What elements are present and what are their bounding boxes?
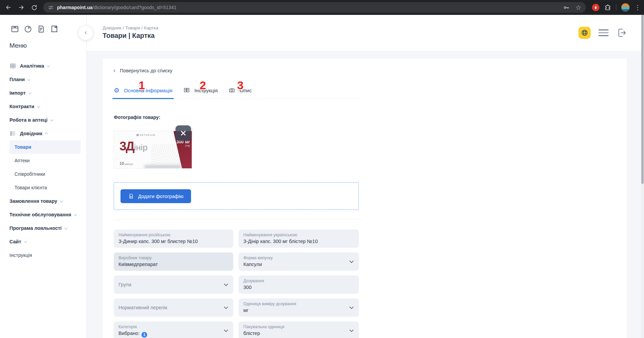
- sidebar-item-site[interactable]: Сайт: [0, 235, 86, 248]
- sidebar-item-label: Робота в аптеці: [9, 117, 48, 123]
- scrollbar-thumb[interactable]: [641, 15, 644, 184]
- sidebar-item-contracts[interactable]: Контракти: [0, 100, 86, 113]
- language-button[interactable]: [579, 27, 591, 39]
- field-value: 300: [243, 285, 346, 290]
- sidebar-subitem-label: Товари клієнта: [15, 185, 47, 190]
- photo-section-label: Фотографія товару:: [114, 115, 160, 120]
- field-label: Пакувальна одиниця: [243, 324, 346, 329]
- name-ru-field[interactable]: Найменування російською З-Динир капс. 30…: [114, 230, 233, 248]
- sidebar-item-label: Програма лояльності: [9, 225, 62, 231]
- add-photo-button[interactable]: Додати фотографію: [120, 189, 191, 203]
- pie-chart-icon[interactable]: [24, 25, 32, 33]
- field-label: Форма випуску: [243, 256, 346, 260]
- sidebar-subitem-pharmacies[interactable]: Аптеки: [0, 154, 86, 167]
- close-icon: [180, 129, 187, 137]
- goods-form: Найменування російською З-Динир капс. 30…: [114, 230, 359, 338]
- breadcrumb: Довідник / Товари / Картка: [103, 25, 158, 30]
- browser-menu-icon[interactable]: ⋮: [635, 4, 641, 10]
- chevron-down-icon: [28, 91, 32, 94]
- browser-forward-button[interactable]: [16, 2, 27, 13]
- bookmark-star-icon[interactable]: ☆: [575, 4, 581, 11]
- normative-list-select[interactable]: Нормативний перелік: [114, 298, 233, 317]
- field-value: З-Динир капс. 300 мг блистер №10: [118, 239, 220, 244]
- sidebar-subitem-client-goods[interactable]: Товари клієнта: [0, 181, 86, 194]
- field-value: Київмедпрепарат: [118, 262, 220, 267]
- name-ua-field[interactable]: Найменування українською З-Дінір капс. 3…: [239, 230, 359, 248]
- category-select[interactable]: Категорія Вибрано:1: [114, 321, 233, 338]
- address-bar[interactable]: pharmapoint.ua/dictionary/goods/card?goo…: [43, 2, 586, 13]
- sidebar-item-label: Інструкція: [9, 252, 32, 258]
- password-key-icon[interactable]: [563, 4, 569, 11]
- selected-count-badge[interactable]: 1: [141, 332, 147, 338]
- dosage-unit-select[interactable]: Одиниця виміру дозування мг: [239, 298, 359, 317]
- sidebar-item-instruction[interactable]: Інструкція: [0, 248, 86, 262]
- field-value: З-Дінір капс. 300 мг блістер №10: [243, 239, 346, 244]
- sidebar-collapse-button[interactable]: [78, 25, 93, 40]
- sidebar-item-label: Імпорт: [9, 90, 26, 96]
- chevron-down-icon: [64, 226, 68, 230]
- sidebar-item-loyalty[interactable]: Програма лояльності: [0, 221, 86, 235]
- section-divider: [114, 220, 361, 220]
- arrow-left-icon: [5, 4, 12, 11]
- url-text: pharmapoint.ua/dictionary/goods/card?goo…: [57, 5, 177, 10]
- logout-button[interactable]: [616, 27, 627, 38]
- remove-photo-button[interactable]: [176, 125, 191, 141]
- photo-upload-dropzone[interactable]: Додати фотографію: [114, 182, 359, 210]
- profile-avatar[interactable]: [621, 3, 630, 12]
- chevron-down-icon: [47, 64, 50, 67]
- sidebar-item-import[interactable]: Імпорт: [0, 86, 86, 100]
- extensions-puzzle-icon[interactable]: [604, 4, 611, 11]
- gear-icon: ⚙: [114, 87, 119, 94]
- sidebar-item-pharmacy-work[interactable]: Робота в аптеці: [0, 113, 86, 127]
- pack-unit-select[interactable]: Пакувальна одиниця блістер: [239, 321, 359, 338]
- site-settings-icon: [48, 5, 54, 10]
- photo-blur: [144, 165, 182, 168]
- hand-icon: [594, 6, 598, 9]
- field-label: Одиниця виміру дозування: [243, 301, 346, 306]
- camera-icon: [229, 87, 235, 94]
- sidebar-item-plans[interactable]: Плани: [0, 73, 86, 86]
- reload-icon: [31, 4, 37, 11]
- sidebar-item-maintenance[interactable]: Технічне обслуговування: [0, 208, 86, 221]
- sidebar-subitem-employees[interactable]: Співробітники: [0, 167, 86, 181]
- archive-box-icon[interactable]: [10, 25, 19, 33]
- field-label: Виробник товару: [118, 256, 220, 260]
- field-label: Дозування: [243, 279, 346, 283]
- chevron-left-icon: [83, 30, 88, 35]
- sidebar-item-dictionary[interactable]: Довідник: [0, 127, 86, 140]
- release-form-select[interactable]: Форма випуску Капсули: [239, 252, 359, 271]
- field-label: Найменування українською: [243, 233, 346, 237]
- group-select[interactable]: Група: [114, 275, 233, 294]
- annotation-number-2: 2: [200, 79, 206, 92]
- browser-back-button[interactable]: [3, 2, 14, 13]
- sidebar-item-analytics[interactable]: Аналітика: [0, 59, 86, 73]
- field-value: Вибрано:1: [118, 331, 220, 338]
- dosage-field[interactable]: Дозування 300: [239, 275, 359, 294]
- field-value: блістер: [243, 331, 346, 336]
- field-value: Капсули: [243, 262, 346, 267]
- hamburger-menu-icon[interactable]: [598, 29, 609, 36]
- back-to-list-link[interactable]: Повернутись до списку: [113, 68, 172, 73]
- page-scrollbar[interactable]: [641, 15, 644, 338]
- photo-product-name: 3Дінір: [119, 139, 147, 153]
- chevron-down-icon: [349, 328, 354, 332]
- field-placeholder: Нормативний перелік: [118, 305, 167, 310]
- manufacturer-field[interactable]: Виробник товару Київмедпрепарат: [114, 252, 233, 271]
- chevron-down-icon: [50, 118, 53, 121]
- url-domain: pharmapoint.ua: [57, 5, 92, 10]
- sidebar-item-goods-order[interactable]: Замовлення товару: [0, 194, 86, 208]
- adblock-extension-icon[interactable]: [592, 4, 599, 11]
- chevron-down-icon: [224, 305, 228, 309]
- toolbar-divider: [616, 4, 616, 10]
- field-label: Категорія: [118, 324, 220, 329]
- book-icon[interactable]: [50, 25, 59, 33]
- document-icon[interactable]: [37, 25, 46, 33]
- sidebar-subitem-goods[interactable]: Товари: [9, 140, 81, 154]
- browser-reload-button[interactable]: [28, 2, 40, 13]
- field-label: Найменування російською: [118, 233, 220, 237]
- tab-label: Основна інформація: [124, 88, 172, 93]
- photo-brand: ARTERIUM: [136, 134, 155, 136]
- logout-icon: [616, 27, 627, 38]
- chevron-down-icon: [37, 104, 40, 108]
- arrow-right-icon: [18, 4, 25, 11]
